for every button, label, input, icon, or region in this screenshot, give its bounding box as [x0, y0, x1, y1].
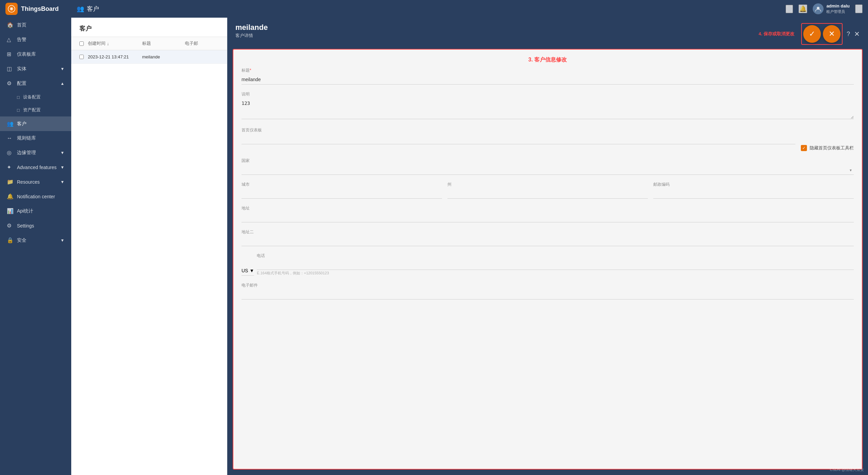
chevron-down-icon: ▼: [60, 67, 64, 71]
table-row[interactable]: 2023-12-21 13:47:21 meilande: [71, 50, 227, 64]
list-panel-header: 客户: [71, 18, 227, 37]
hide-toolbar-checkbox[interactable]: ✓: [801, 145, 807, 151]
country-select[interactable]: [242, 165, 854, 175]
desc-input[interactable]: 123: [242, 98, 854, 119]
phone-country-chevron-icon: ▼: [249, 268, 254, 273]
sidebar-item-settings[interactable]: ⚙ Settings: [0, 218, 71, 233]
address-input[interactable]: [242, 213, 854, 222]
logo-text: ThingsBoard: [21, 5, 59, 13]
user-avatar: [813, 3, 824, 14]
top-header: ThingsBoard 👥 客户 ⛶ 🔔 admin dalu 租户管理员 ⋮: [0, 0, 868, 18]
sidebar-item-api-stats[interactable]: 📊 Api统计: [0, 204, 71, 218]
close-button[interactable]: ✕: [854, 30, 860, 38]
advanced-icon: ✦: [7, 164, 14, 170]
sidebar-item-home[interactable]: 🏠 首页: [0, 18, 71, 32]
alert-icon: △: [7, 36, 14, 43]
phone-input[interactable]: [257, 260, 854, 270]
sidebar-item-resources[interactable]: 📁 Resources ▼: [0, 175, 71, 189]
sidebar-item-entities[interactable]: ◫ 实体 ▼: [0, 61, 71, 76]
sidebar-item-advanced[interactable]: ✦ Advanced features ▼: [0, 160, 71, 175]
sidebar-item-edge[interactable]: ◎ 边缘管理 ▼: [0, 145, 71, 160]
desc-field-group: 说明 123: [242, 91, 854, 121]
resources-icon: 📁: [7, 179, 14, 185]
content-area: 客户 创建时间 ↓ 标题 电子邮 2023-12-21 13:47:21 mei…: [71, 18, 868, 475]
sidebar-item-customers[interactable]: 👥 客户: [0, 116, 71, 131]
user-text: admin dalu 租户管理员: [826, 3, 850, 14]
state-label: 州: [447, 182, 648, 187]
sidebar-label-security: 安全: [17, 237, 26, 243]
col-title-header: 标题: [142, 40, 185, 47]
api-stats-icon: 📊: [7, 208, 14, 214]
sidebar-item-device-config[interactable]: □ 设备配置: [0, 91, 71, 104]
dashboard-field-group: 首页仪表板: [242, 127, 795, 144]
footer-note: CSDN @情绪大瓜女: [830, 467, 864, 472]
row-time: 2023-12-21 13:47:21: [88, 54, 142, 59]
zip-field-group: 邮政编码: [653, 182, 854, 199]
header-page-icon: 👥: [77, 5, 84, 13]
sidebar-item-notification[interactable]: 🔔 Notification center: [0, 189, 71, 204]
title-input[interactable]: [242, 75, 854, 85]
sidebar-item-asset-config[interactable]: □ 资产配置: [0, 104, 71, 116]
dashboard-row: 首页仪表板 ✓ 隐藏首页仪表板工具栏: [242, 127, 854, 151]
state-input[interactable]: [447, 189, 648, 199]
country-field-group: 国家: [242, 158, 854, 175]
help-button[interactable]: ?: [847, 31, 850, 38]
email-input[interactable]: [242, 290, 854, 299]
dashboard-input[interactable]: [242, 134, 795, 144]
city-field-group: 城市: [242, 182, 442, 199]
city-input[interactable]: [242, 189, 442, 199]
state-field-group: 州: [447, 182, 648, 199]
phone-country-selector[interactable]: US ▼: [242, 268, 254, 276]
svg-point-2: [11, 8, 12, 10]
address2-label: 地址二: [242, 229, 854, 235]
form-container: 3. 客户信息修改 标题* 说明 123 首页仪表板: [233, 49, 863, 470]
entities-icon: ◫: [7, 66, 14, 72]
sidebar-label-alerts: 告警: [17, 37, 26, 43]
detail-header: meilande 客户详情 4. 保存或取消更改 ✓ ✕ ? ✕: [227, 18, 868, 45]
header-right: ⛶ 🔔 admin dalu 租户管理员 ⋮: [786, 3, 863, 14]
notification-button[interactable]: 🔔: [798, 4, 807, 13]
sidebar-label-api-stats: Api统计: [17, 208, 33, 214]
sidebar-label-customers: 客户: [17, 121, 26, 127]
email-label: 电子邮件: [242, 282, 854, 288]
address-label: 地址: [242, 205, 854, 211]
sidebar-item-config[interactable]: ⚙ 配置 ▲: [0, 76, 71, 91]
col-time-header: 创建时间 ↓: [88, 40, 142, 47]
sidebar-label-notification: Notification center: [17, 194, 55, 199]
row-checkbox[interactable]: [79, 55, 84, 59]
annotation-save-label: 4. 保存或取消更改: [759, 31, 794, 37]
chevron-down-edge-icon: ▼: [60, 150, 64, 155]
detail-title: meilande: [235, 23, 268, 32]
chevron-down-resources-icon: ▼: [60, 180, 64, 184]
sidebar-item-security[interactable]: 🔒 安全 ▼: [0, 233, 71, 248]
phone-label: 电话: [257, 253, 854, 259]
header-page-label: 客户: [87, 5, 99, 13]
more-options-button[interactable]: ⋮: [855, 4, 863, 13]
select-all-checkbox[interactable]: [79, 41, 84, 46]
desc-label: 说明: [242, 91, 854, 97]
device-config-icon: □: [17, 95, 20, 100]
settings-icon: ⚙: [7, 222, 14, 229]
sidebar-item-rule-chain[interactable]: ↔ 规则链库: [0, 131, 71, 145]
sidebar-item-alerts[interactable]: △ 告警: [0, 32, 71, 47]
detail-panel: meilande 客户详情 4. 保存或取消更改 ✓ ✕ ? ✕ 3. 客户信息…: [227, 18, 868, 475]
confirm-cancel-wrapper: ✓ ✕: [801, 23, 843, 45]
address2-field-group: 地址二: [242, 229, 854, 246]
cancel-button[interactable]: ✕: [823, 25, 841, 43]
list-panel-title: 客户: [79, 24, 219, 33]
sidebar-label-device-config: 设备配置: [23, 94, 41, 100]
detail-subtitle: 客户详情: [235, 33, 268, 39]
detail-title-area: meilande 客户详情: [235, 23, 268, 39]
address2-input[interactable]: [242, 236, 854, 246]
zip-input[interactable]: [653, 189, 854, 199]
hide-toolbar-label: 隐藏首页仪表板工具栏: [810, 145, 854, 151]
sidebar-label-rule-chain: 规则链库: [17, 135, 36, 141]
sidebar-item-dashboards[interactable]: ⊞ 仪表板库: [0, 47, 71, 61]
fullscreen-button[interactable]: ⛶: [786, 5, 793, 13]
email-field-group: 电子邮件: [242, 282, 854, 299]
city-state-zip-row: 城市 州 邮政编码: [242, 182, 854, 199]
table-header: 创建时间 ↓ 标题 电子邮: [71, 37, 227, 50]
form-annotation: 3. 客户信息修改: [242, 56, 854, 63]
confirm-button[interactable]: ✓: [803, 25, 821, 43]
country-label: 国家: [242, 158, 854, 164]
